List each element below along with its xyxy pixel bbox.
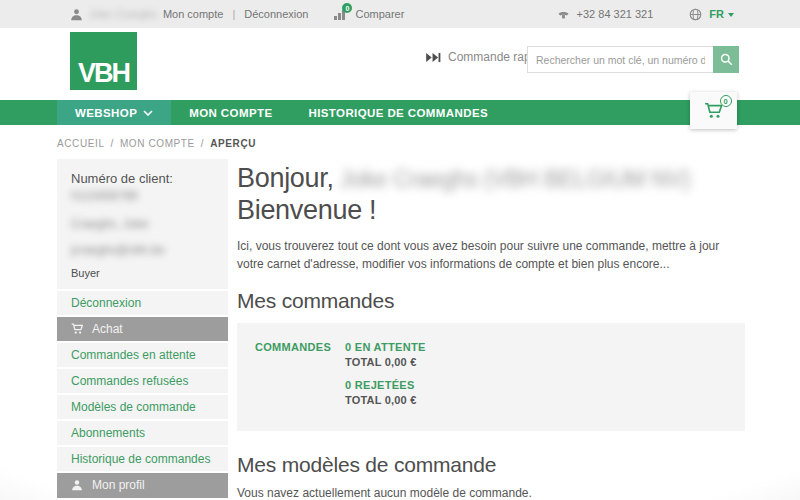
- sidebar-item-commandes-en-attente[interactable]: Commandes en attente: [57, 343, 228, 367]
- chevron-down-icon: [728, 13, 734, 17]
- user-icon: [70, 8, 83, 21]
- sidebar-item-label: Mon profil: [92, 473, 145, 497]
- cart-count-badge: 0: [720, 95, 732, 107]
- topbar-user-name: Joke Craeghs: [89, 8, 157, 20]
- pending-orders-count[interactable]: 0 EN ATTENTE: [345, 341, 426, 353]
- breadcrumb-mon-compte[interactable]: MON COMPTE: [120, 138, 195, 149]
- logo-text: VBH: [78, 60, 129, 87]
- cart-button[interactable]: 0: [690, 92, 737, 129]
- site-header: VBH Commande rapide: [0, 28, 800, 100]
- client-number-value: 0123456789: [71, 189, 138, 203]
- topbar-separator: |: [232, 8, 235, 20]
- orders-panel-label: COMMANDES: [255, 341, 333, 417]
- rejected-orders-total: TOTAL 0,00 €: [345, 394, 426, 406]
- nav-historique-label: HISTORIQUE DE COMMANDES: [308, 107, 488, 119]
- sidebar-item-label: Modèles de commande: [71, 395, 196, 419]
- sidebar-item-label: Commandes refusées: [71, 369, 188, 393]
- cart-icon: [71, 322, 84, 335]
- nav-mon-compte[interactable]: MON COMPTE: [171, 100, 290, 125]
- client-email: jcraeghs@vbh.be: [71, 243, 214, 257]
- main-navigation: WEBSHOP MON COMPTE HISTORIQUE DE COMMAND…: [0, 100, 800, 125]
- page-body: Numéro de client: 0123456789 Craeghs, Jo…: [0, 159, 800, 500]
- sidebar-item-abonnements[interactable]: Abonnements: [57, 421, 228, 445]
- compare-count-badge: 0: [342, 3, 352, 13]
- pending-orders-stat: 0 EN ATTENTE TOTAL 0,00 €: [345, 341, 426, 368]
- breadcrumb-accueil[interactable]: ACCUEIL: [57, 138, 105, 149]
- nav-mon-compte-label: MON COMPTE: [189, 107, 272, 119]
- deconnexion-link[interactable]: Déconnexion: [244, 8, 308, 20]
- sidebar-item-label: Historique de commandes: [71, 447, 210, 471]
- top-utility-bar: Joke Craeghs Mon compte | Déconnexion 0 …: [0, 0, 800, 28]
- sidebar-item-commandes-refusees[interactable]: Commandes refusées: [57, 369, 228, 393]
- client-number-label: Numéro de client:: [71, 171, 173, 186]
- language-code: FR: [709, 8, 724, 20]
- client-name: Craeghs, Joke: [71, 217, 214, 231]
- search-button[interactable]: [713, 46, 739, 73]
- pending-orders-total: TOTAL 0,00 €: [345, 356, 426, 368]
- compare-bars-icon: 0: [334, 7, 349, 21]
- client-role: Buyer: [71, 267, 214, 279]
- nav-webshop-label: WEBSHOP: [75, 107, 137, 119]
- welcome-text: Ici, vous trouverez tout ce dont vous av…: [237, 237, 745, 273]
- greeting-user-name: Joke Craeghs (VBH BELGIUM NV): [340, 166, 690, 192]
- globe-icon: [689, 8, 702, 21]
- rejected-orders-count[interactable]: 0 REJETÉES: [345, 379, 426, 391]
- account-sidebar: Numéro de client: 0123456789 Craeghs, Jo…: [57, 159, 228, 500]
- fast-forward-icon: [426, 52, 441, 63]
- sidebar-item-label: Commandes en attente: [71, 343, 196, 367]
- account-links: Joke Craeghs Mon compte | Déconnexion 0 …: [70, 7, 404, 21]
- phone-icon: [557, 8, 570, 21]
- orders-stats: 0 EN ATTENTE TOTAL 0,00 € 0 REJETÉES TOT…: [345, 341, 426, 417]
- sidebar-item-label: Achat: [92, 317, 123, 341]
- language-selector[interactable]: FR: [709, 8, 734, 20]
- compare-link[interactable]: 0 Comparer: [334, 7, 404, 21]
- sidebar-item-historique-de-commandes[interactable]: Historique de commandes: [57, 447, 228, 471]
- breadcrumb-separator: /: [201, 138, 204, 149]
- sidebar-item-label: Abonnements: [71, 421, 145, 445]
- breadcrumb-current: APERÇU: [210, 138, 256, 149]
- chevron-down-icon: [143, 110, 153, 116]
- sidebar-item-achat[interactable]: Achat: [57, 317, 228, 341]
- user-icon: [71, 479, 84, 492]
- sidebar-item-modeles-de-commande[interactable]: Modèles de commande: [57, 395, 228, 419]
- greeting-prefix: Bonjour,: [237, 163, 334, 193]
- mon-compte-link[interactable]: Mon compte: [163, 8, 224, 20]
- breadcrumb: ACCUEIL / MON COMPTE / APERÇU: [0, 125, 800, 159]
- comparer-label: Comparer: [355, 8, 404, 20]
- orders-section-title: Mes commandes: [237, 289, 745, 313]
- search-icon: [720, 53, 733, 66]
- sidebar-item-label: Déconnexion: [71, 291, 141, 315]
- greeting-suffix: Bienvenue !: [237, 195, 376, 225]
- templates-empty-text: Vous navez actuellement aucun modèle de …: [237, 486, 745, 500]
- sidebar-item-deconnexion[interactable]: Déconnexion: [57, 291, 228, 315]
- greeting-heading: Bonjour,Joke Craeghs (VBH BELGIUM NV) Bi…: [237, 163, 745, 227]
- phone-number: +32 84 321 321: [577, 8, 654, 20]
- rejected-orders-stat: 0 REJETÉES TOTAL 0,00 €: [345, 379, 426, 406]
- nav-historique[interactable]: HISTORIQUE DE COMMANDES: [290, 100, 506, 125]
- templates-section-title: Mes modèles de commande: [237, 453, 745, 477]
- sidebar-item-mon-profil[interactable]: Mon profil: [57, 473, 228, 498]
- nav-webshop[interactable]: WEBSHOP: [57, 100, 171, 125]
- search-bar: [527, 46, 739, 73]
- vbh-logo[interactable]: VBH: [70, 32, 137, 90]
- search-input[interactable]: [527, 46, 713, 73]
- client-info-panel: Numéro de client: 0123456789 Craeghs, Jo…: [57, 159, 228, 289]
- orders-summary-panel: COMMANDES 0 EN ATTENTE TOTAL 0,00 € 0 RE…: [237, 323, 745, 431]
- dashboard-main: Bonjour,Joke Craeghs (VBH BELGIUM NV) Bi…: [237, 159, 745, 500]
- contact-language: +32 84 321 321 FR: [557, 8, 734, 21]
- breadcrumb-separator: /: [111, 138, 114, 149]
